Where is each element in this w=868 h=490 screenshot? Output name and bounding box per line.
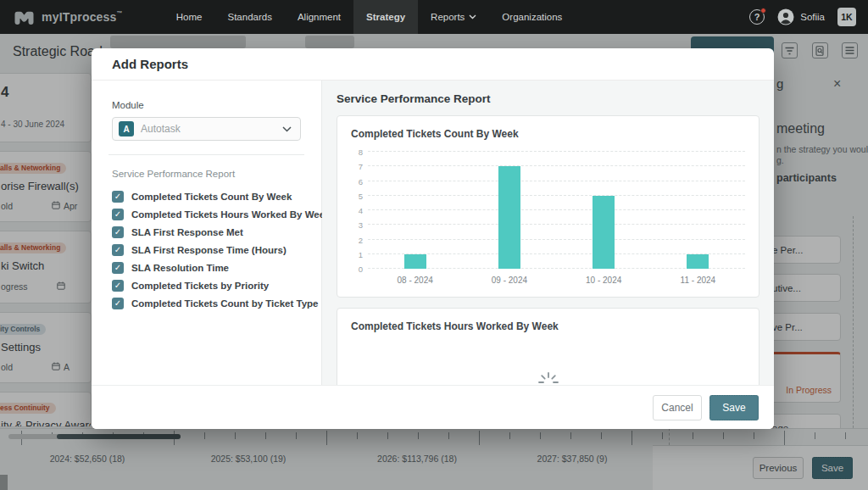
brand[interactable]: myITprocess™ [0,8,123,25]
gridline [368,224,745,225]
bar-08 - 2024 [404,254,426,269]
checkbox-checked-icon[interactable]: ✓ [112,244,124,256]
checkbox-checked-icon[interactable]: ✓ [112,280,124,292]
gridline [368,165,745,166]
checkbox-label: SLA Resolution Time [131,263,229,273]
report-checkbox-row[interactable]: ✓Completed Tickets Count By Week [112,190,301,203]
checkbox-checked-icon[interactable]: ✓ [112,226,124,238]
y-tick-label: 7 [359,162,363,171]
nav-item-alignment[interactable]: Alignment [285,0,353,34]
nav-right-cluster: ? Sofiia 1K [749,8,868,26]
report-checkbox-row[interactable]: ✓SLA First Response Met [112,226,301,238]
bar-10 - 2024 [593,196,615,269]
y-tick-label: 8 [359,148,363,157]
report-preview-panel: Service Performance Report Completed Tic… [322,81,774,385]
x-tick-label: 11 - 2024 [681,276,716,285]
chevron-down-icon [469,14,476,19]
loading-spinner-icon [537,371,559,385]
checkbox-label: SLA First Response Time (Hours) [131,245,287,255]
chart-title: Completed Tickets Hours Worked By Week [351,320,745,332]
report-checkbox-row[interactable]: ✓SLA First Response Time (Hours) [112,243,301,256]
help-icon[interactable]: ? [749,9,765,25]
report-checkbox-row[interactable]: ✓Completed Tickets Hours Worked By Week [112,208,301,220]
brand-name: myITprocess™ [42,10,123,24]
module-value: Autotask [141,123,275,135]
y-tick-label: 5 [359,191,363,200]
y-axis: 012345678 [351,152,368,269]
report-checkbox-list: ✓Completed Tickets Count By Week✓Complet… [112,190,301,309]
report-section-label: Service Performance Report [112,169,301,179]
gridline [368,181,745,181]
add-reports-modal: Add Reports Module A Autotask Service Pe… [92,48,774,429]
bar-11 - 2024 [687,254,709,269]
nav-item-home[interactable]: Home [164,0,215,34]
bar-chart-plot [368,152,745,269]
x-tick-label: 08 - 2024 [397,276,432,285]
divider [108,154,304,155]
bar-09 - 2024 [498,166,520,269]
module-selection-panel: Module A Autotask Service Performance Re… [92,81,322,385]
nav-item-strategy[interactable]: Strategy [353,0,418,34]
chevron-down-icon [282,126,292,132]
checkbox-checked-icon[interactable]: ✓ [112,191,124,203]
top-navigation: myITprocess™ Home Standards Alignment St… [0,0,868,34]
nav-menu: Home Standards Alignment Strategy Report… [164,0,576,34]
x-tick-label: 09 - 2024 [492,276,527,285]
autotask-icon: A [119,121,134,136]
nav-item-reports[interactable]: Reports [418,0,489,34]
checkbox-label: Completed Tickets Count by Ticket Type [131,298,318,309]
modal-footer: Cancel Save [92,385,774,429]
gridline [368,209,745,210]
y-tick-label: 1 [359,249,363,259]
checkbox-label: Completed Tickets Count By Week [131,192,292,202]
y-tick-label: 4 [359,206,363,215]
gridline [368,239,745,240]
myitprocess-logo-icon [14,8,35,25]
modal-header: Add Reports [92,48,774,81]
chart-title: Completed Tickets Count By Week [351,128,745,140]
nav-item-standards[interactable]: Standards [214,0,284,34]
checkbox-label: Completed Tickets Hours Worked By Week [131,209,331,220]
y-tick-label: 0 [359,264,363,274]
save-button[interactable]: Save [709,395,759,420]
modal-title: Add Reports [112,57,188,71]
checkbox-label: Completed Tickets by Priority [131,281,269,291]
module-dropdown[interactable]: A Autotask [112,117,301,141]
preview-heading: Service Performance Report [337,92,760,105]
checkbox-checked-icon[interactable]: ✓ [112,262,124,274]
gridline [368,195,745,196]
cancel-button[interactable]: Cancel [653,395,702,420]
report-checkbox-row[interactable]: ✓SLA Resolution Time [112,261,301,274]
module-label: Module [112,100,301,110]
x-axis: 08 - 202409 - 202410 - 202411 - 2024 [368,269,745,286]
report-checkbox-row[interactable]: ✓Completed Tickets by Priority [112,279,301,292]
checkbox-checked-icon[interactable]: ✓ [112,209,124,220]
nav-item-organizations[interactable]: Organizations [489,0,575,34]
kaseya-badge[interactable]: 1K [837,8,856,26]
chart-card-completed-tickets-count: Completed Tickets Count By Week 01234567… [337,115,760,298]
checkbox-checked-icon[interactable]: ✓ [112,298,124,309]
checkbox-label: SLA First Response Met [131,227,243,237]
y-tick-label: 2 [359,235,363,244]
user-menu[interactable]: Sofiia [777,8,825,25]
gridline [368,151,745,152]
x-tick-label: 10 - 2024 [586,276,621,285]
chart-card-hours-worked: Completed Tickets Hours Worked By Week [337,308,760,385]
y-tick-label: 3 [359,220,363,230]
avatar-icon [777,8,794,25]
notification-dot [760,8,766,14]
report-checkbox-row[interactable]: ✓Completed Tickets Count by Ticket Type [112,297,301,309]
y-tick-label: 6 [359,176,363,186]
user-name: Sofiia [800,12,825,22]
